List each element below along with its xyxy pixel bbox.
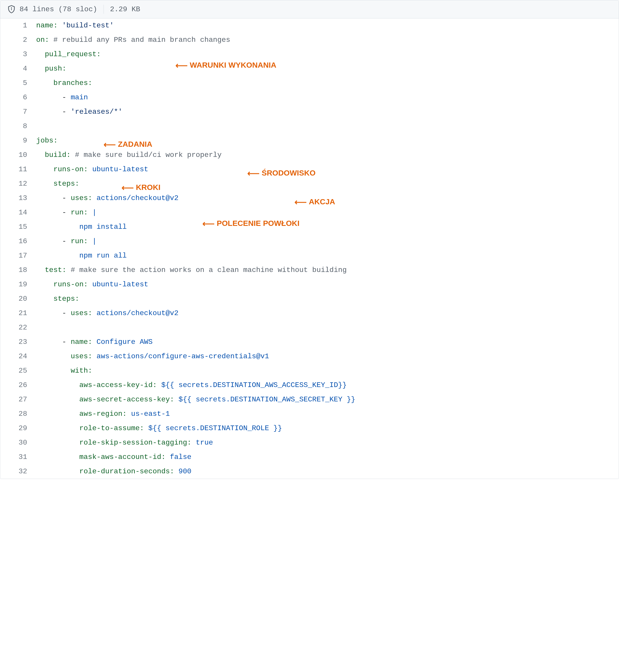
line-number[interactable]: 30 — [0, 436, 36, 450]
line-content[interactable]: name: 'build-test' — [36, 18, 114, 33]
code-line[interactable]: 29 role-to-assume: ${{ secrets.DESTINATI… — [0, 421, 619, 436]
code-line[interactable]: 27 aws-secret-access-key: ${{ secrets.DE… — [0, 392, 619, 407]
line-number[interactable]: 26 — [0, 378, 36, 392]
line-number[interactable]: 32 — [0, 464, 36, 479]
line-number[interactable]: 29 — [0, 421, 36, 436]
line-content[interactable]: - main — [36, 90, 88, 105]
line-number[interactable]: 20 — [0, 292, 36, 306]
line-number[interactable]: 13 — [0, 191, 36, 205]
line-number[interactable]: 19 — [0, 277, 36, 292]
line-number[interactable]: 25 — [0, 364, 36, 378]
line-content[interactable]: role-skip-session-tagging: true — [36, 436, 213, 450]
code-line[interactable]: 18 test: # make sure the action works on… — [0, 263, 619, 277]
code-line[interactable]: 10 build: # make sure build/ci work prop… — [0, 148, 619, 162]
line-number[interactable]: 2 — [0, 33, 36, 47]
line-content[interactable]: - name: Configure AWS — [36, 335, 152, 349]
line-content[interactable]: - 'releases/*' — [36, 105, 122, 119]
line-number[interactable]: 3 — [0, 47, 36, 62]
line-number[interactable]: 9 — [0, 133, 36, 148]
line-content[interactable]: role-duration-seconds: 900 — [36, 464, 191, 479]
line-content[interactable]: test: # make sure the action works on a … — [36, 263, 347, 277]
line-number[interactable]: 21 — [0, 306, 36, 320]
line-number[interactable]: 23 — [0, 335, 36, 349]
line-number[interactable]: 12 — [0, 177, 36, 191]
code-line[interactable]: 1name: 'build-test' — [0, 18, 619, 33]
line-content[interactable]: uses: aws-actions/configure-aws-credenti… — [36, 349, 269, 364]
code-line[interactable]: 21 - uses: actions/checkout@v2 — [0, 306, 619, 320]
line-content[interactable]: push: — [36, 62, 66, 76]
annotation-text: AKCJA — [309, 194, 335, 209]
line-number[interactable]: 8 — [0, 119, 36, 133]
line-number[interactable]: 11 — [0, 162, 36, 177]
line-content[interactable]: mask-aws-account-id: false — [36, 450, 191, 464]
line-number[interactable]: 5 — [0, 76, 36, 90]
code-line[interactable]: 8 — [0, 119, 619, 133]
code-line[interactable]: 4 push: — [0, 62, 619, 76]
line-content[interactable] — [36, 320, 41, 335]
code-line[interactable]: 28 aws-region: us-east-1 — [0, 407, 619, 421]
code-line[interactable]: 3 pull_request: — [0, 47, 619, 62]
line-number[interactable]: 31 — [0, 450, 36, 464]
line-number[interactable]: 14 — [0, 205, 36, 220]
code-line[interactable]: 31 mask-aws-account-id: false — [0, 450, 619, 464]
file-lines-count: 84 lines (78 sloc) — [19, 5, 97, 13]
line-number[interactable]: 28 — [0, 407, 36, 421]
line-content[interactable]: branches: — [36, 76, 92, 90]
line-number[interactable]: 17 — [0, 249, 36, 263]
code-line[interactable]: 6 - main — [0, 90, 619, 105]
line-content[interactable]: - run: | — [36, 205, 96, 220]
code-line[interactable]: 32 role-duration-seconds: 900 — [0, 464, 619, 479]
code-line[interactable]: 22 — [0, 320, 619, 335]
line-content[interactable]: jobs: — [36, 133, 58, 148]
code-line[interactable]: 9jobs: — [0, 133, 619, 148]
arrow-left-icon: ⟵ — [104, 140, 116, 149]
line-content[interactable]: npm install — [36, 220, 127, 234]
code-block[interactable]: 1name: 'build-test'2on: # rebuild any PR… — [0, 18, 619, 479]
line-content[interactable]: runs-on: ubuntu-latest — [36, 277, 148, 292]
line-content[interactable]: runs-on: ubuntu-latest — [36, 162, 148, 177]
code-line[interactable]: 25 with: — [0, 364, 619, 378]
code-line[interactable]: 19 runs-on: ubuntu-latest — [0, 277, 619, 292]
code-line[interactable]: 23 - name: Configure AWS — [0, 335, 619, 349]
code-line[interactable]: 30 role-skip-session-tagging: true — [0, 436, 619, 450]
line-content[interactable]: - uses: actions/checkout@v2 — [36, 306, 179, 320]
line-content[interactable]: pull_request: — [36, 47, 101, 62]
code-line[interactable]: 17 npm run all — [0, 249, 619, 263]
arrow-left-icon: ⟵ — [122, 183, 134, 192]
code-line[interactable]: 26 aws-access-key-id: ${{ secrets.DESTIN… — [0, 378, 619, 392]
line-number[interactable]: 4 — [0, 62, 36, 76]
line-content[interactable]: role-to-assume: ${{ secrets.DESTINATION_… — [36, 421, 282, 436]
vertical-divider — [104, 5, 104, 14]
line-number[interactable]: 18 — [0, 263, 36, 277]
line-content[interactable]: aws-region: us-east-1 — [36, 407, 170, 421]
line-content[interactable]: steps: — [36, 292, 79, 306]
line-number[interactable]: 7 — [0, 105, 36, 119]
line-content[interactable] — [36, 119, 41, 133]
code-line[interactable]: 15 npm install — [0, 220, 619, 234]
line-content[interactable]: aws-secret-access-key: ${{ secrets.DESTI… — [36, 392, 355, 407]
code-line[interactable]: 2on: # rebuild any PRs and main branch c… — [0, 33, 619, 47]
code-line[interactable]: 16 - run: | — [0, 234, 619, 249]
line-content[interactable]: steps: — [36, 177, 79, 191]
line-content[interactable]: - run: | — [36, 234, 96, 249]
arrow-left-icon: ⟵ — [294, 198, 306, 206]
line-number[interactable]: 10 — [0, 148, 36, 162]
line-content[interactable]: on: # rebuild any PRs and main branch ch… — [36, 33, 230, 47]
code-line[interactable]: 24 uses: aws-actions/configure-aws-crede… — [0, 349, 619, 364]
arrow-left-icon: ⟵ — [202, 219, 214, 228]
line-number[interactable]: 16 — [0, 234, 36, 249]
line-number[interactable]: 6 — [0, 90, 36, 105]
line-number[interactable]: 22 — [0, 320, 36, 335]
line-content[interactable]: with: — [36, 364, 92, 378]
arrow-left-icon: ⟵ — [247, 169, 259, 178]
line-number[interactable]: 24 — [0, 349, 36, 364]
line-number[interactable]: 27 — [0, 392, 36, 407]
code-line[interactable]: 5 branches: — [0, 76, 619, 90]
code-line[interactable]: 20 steps: — [0, 292, 619, 306]
code-line[interactable]: 7 - 'releases/*' — [0, 105, 619, 119]
line-content[interactable]: npm run all — [36, 249, 127, 263]
line-content[interactable]: aws-access-key-id: ${{ secrets.DESTINATI… — [36, 378, 347, 392]
svg-point-0 — [11, 7, 12, 8]
line-number[interactable]: 1 — [0, 18, 36, 33]
line-number[interactable]: 15 — [0, 220, 36, 234]
